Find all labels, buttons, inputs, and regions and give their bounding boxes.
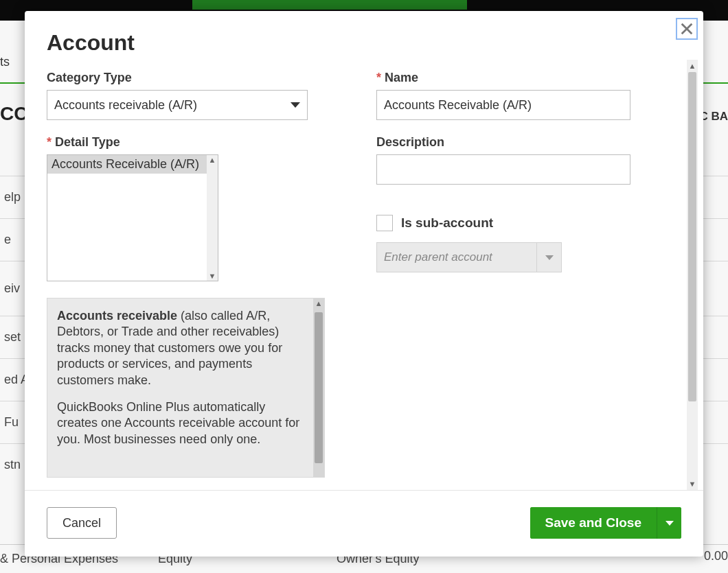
sub-account-label: Is sub-account: [401, 215, 493, 231]
info-content: Accounts receivable (also called A/R, De…: [47, 299, 313, 477]
bg-tab-text: ts: [0, 55, 10, 69]
dialog-body-content: Category Type Accounts receivable (A/R) …: [47, 71, 681, 490]
dialog-title: Account: [47, 30, 681, 56]
bg-amount: 0.00: [704, 549, 728, 563]
dialog-scrollbar[interactable]: ▲ ▼: [687, 60, 698, 490]
dialog-header: Account: [25, 11, 703, 60]
scroll-up-icon[interactable]: ▲: [209, 155, 216, 165]
dialog-body: Category Type Accounts receivable (A/R) …: [25, 60, 703, 490]
parent-account-dropdown-button[interactable]: [536, 243, 561, 272]
detail-type-label: Detail Type: [47, 135, 335, 150]
bg-header-right: C BA: [699, 110, 728, 124]
cancel-button[interactable]: Cancel: [47, 507, 117, 539]
info-paragraph-2: QuickBooks Online Plus automatically cre…: [57, 399, 306, 447]
bg-heading: CC: [0, 103, 27, 125]
save-dropdown-button[interactable]: [657, 507, 681, 539]
detail-type-listbox[interactable]: Accounts Receivable (A/R) ▲ ▼: [47, 154, 218, 281]
scrollbar-thumb[interactable]: [688, 72, 696, 401]
scrollbar-thumb[interactable]: [315, 312, 323, 463]
chevron-down-icon: [666, 521, 674, 526]
scroll-down-icon[interactable]: ▼: [689, 479, 696, 489]
dialog-footer: Cancel Save and Close: [25, 490, 703, 557]
account-dialog: Account Category Type Accounts receivabl…: [25, 11, 703, 557]
scroll-up-icon[interactable]: ▲: [313, 299, 324, 308]
left-column: Category Type Accounts receivable (A/R) …: [47, 71, 335, 484]
sub-account-row: Is sub-account: [376, 215, 658, 231]
detail-type-option[interactable]: Accounts Receivable (A/R): [47, 155, 207, 174]
name-field: Name: [376, 71, 658, 120]
info-scrollbar[interactable]: ▲: [313, 299, 324, 477]
name-label: Name: [376, 71, 658, 85]
bg-topbar-accent: [192, 0, 467, 10]
close-icon: [679, 21, 694, 36]
scroll-up-icon[interactable]: ▲: [689, 61, 696, 71]
sub-account-checkbox[interactable]: [376, 215, 393, 231]
name-input[interactable]: [376, 90, 630, 120]
scroll-down-icon[interactable]: ▼: [209, 271, 216, 281]
description-label: Description: [376, 135, 658, 150]
description-field: Description: [376, 135, 658, 185]
parent-account-placeholder: Enter parent account: [377, 243, 536, 272]
save-and-close-button[interactable]: Save and Close: [530, 507, 657, 539]
category-type-select[interactable]: Accounts receivable (A/R): [47, 90, 308, 120]
detail-type-field: Detail Type Accounts Receivable (A/R) ▲ …: [47, 135, 335, 281]
save-button-group: Save and Close: [530, 507, 681, 539]
detail-type-info: Accounts receivable (also called A/R, De…: [47, 298, 325, 478]
close-button[interactable]: [676, 18, 698, 40]
chevron-down-icon: [545, 255, 554, 260]
info-paragraph-1: Accounts receivable (also called A/R, De…: [57, 308, 306, 388]
category-type-label: Category Type: [47, 71, 335, 85]
description-input[interactable]: [376, 154, 630, 185]
listbox-scrollbar[interactable]: ▲ ▼: [207, 155, 218, 281]
chevron-down-icon: [291, 102, 300, 108]
category-type-field: Category Type Accounts receivable (A/R): [47, 71, 335, 120]
category-type-value: Accounts receivable (A/R): [54, 98, 197, 113]
parent-account-select[interactable]: Enter parent account: [376, 242, 562, 272]
info-bold: Accounts receivable: [57, 309, 177, 323]
right-column: Name Description Is sub-account Enter pa…: [376, 71, 658, 484]
